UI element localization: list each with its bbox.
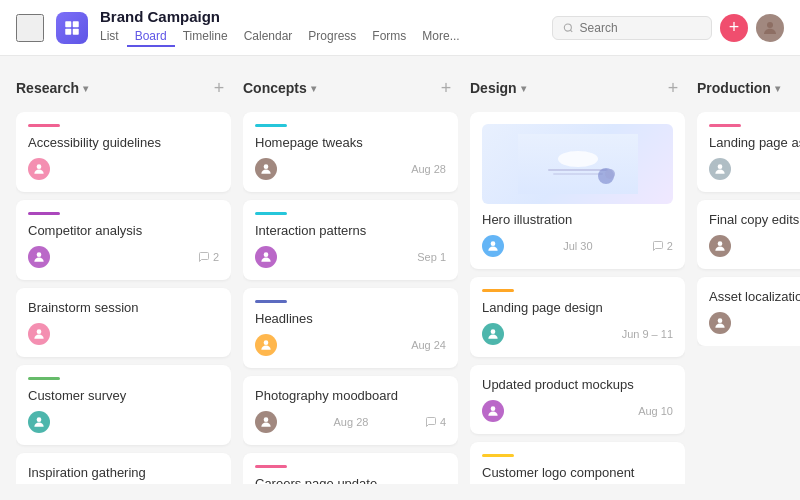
svg-point-7	[37, 164, 42, 169]
card[interactable]: Accessibility guidelines	[16, 112, 231, 192]
card[interactable]: Inspiration gathering	[16, 453, 231, 484]
card[interactable]: Interaction patternsSep 1	[243, 200, 458, 280]
column-header-research: Research ▾ +	[16, 72, 231, 104]
illustration-preview	[518, 134, 638, 194]
svg-point-18	[558, 151, 598, 167]
card[interactable]: Careers page updateSep 3 4	[243, 453, 458, 484]
menu-button[interactable]	[16, 14, 44, 42]
card-footer: 2	[28, 246, 219, 268]
add-card-button-research[interactable]: +	[207, 76, 231, 100]
column-title-production: Production ▾	[697, 80, 780, 96]
add-button[interactable]: +	[720, 14, 748, 42]
card-title: Brainstorm session	[28, 300, 219, 315]
svg-point-8	[37, 252, 42, 257]
card-avatar	[28, 323, 50, 345]
column-header-design: Design ▾ +	[470, 72, 685, 104]
cards-area-research: Accessibility guidelinesCompetitor analy…	[16, 112, 231, 484]
project-title: Brand Campaign	[100, 8, 540, 25]
card-footer	[28, 411, 219, 433]
cards-area-design: Hero illustrationJul 30 2 Landing page d…	[470, 112, 685, 484]
card[interactable]: Customer survey	[16, 365, 231, 445]
card-avatar	[709, 235, 731, 257]
svg-point-25	[491, 406, 496, 411]
chevron-down-icon: ▾	[775, 83, 780, 94]
card-accent	[482, 289, 514, 292]
card[interactable]: Landing page designJun 9 – 11	[470, 277, 685, 357]
comment-icon	[652, 240, 664, 252]
card-accent	[255, 212, 287, 215]
card-title: Competitor analysis	[28, 223, 219, 238]
card[interactable]: Brainstorm session	[16, 288, 231, 357]
card-footer: Aug 28	[255, 158, 446, 180]
nav-tab-calendar[interactable]: Calendar	[236, 27, 301, 47]
card[interactable]: Final copy editsJun 6	[697, 200, 800, 269]
svg-rect-19	[548, 169, 608, 171]
card-title: Inspiration gathering	[28, 465, 219, 480]
nav-tab-forms[interactable]: Forms	[364, 27, 414, 47]
svg-point-28	[718, 241, 723, 246]
card-footer: Sep 1	[255, 246, 446, 268]
svg-rect-2	[65, 28, 71, 34]
nav-tab-timeline[interactable]: Timeline	[175, 27, 236, 47]
column-title-concepts: Concepts ▾	[243, 80, 316, 96]
nav-tab-more...[interactable]: More...	[414, 27, 467, 47]
card-footer: Jun 18	[709, 158, 800, 180]
column-header-concepts: Concepts ▾ +	[243, 72, 458, 104]
search-input[interactable]	[580, 21, 701, 35]
card-avatar	[482, 323, 504, 345]
card-title: Interaction patterns	[255, 223, 446, 238]
card-footer: Aug 28 4	[255, 411, 446, 433]
card-accent	[255, 124, 287, 127]
svg-point-22	[605, 169, 615, 179]
card-avatar	[28, 246, 50, 268]
search-box[interactable]	[552, 16, 712, 40]
card[interactable]: Homepage tweaksAug 28	[243, 112, 458, 192]
add-card-button-concepts[interactable]: +	[434, 76, 458, 100]
column-title-research: Research ▾	[16, 80, 88, 96]
svg-point-12	[264, 164, 269, 169]
board-container: Research ▾ + Accessibility guidelinesCom…	[0, 56, 800, 500]
card[interactable]: Customer logo componentAug 12	[470, 442, 685, 484]
card-title: Updated product mockups	[482, 377, 673, 392]
card-accent	[28, 377, 60, 380]
svg-rect-20	[553, 173, 603, 175]
svg-point-27	[718, 164, 723, 169]
card-footer: Jul 30 2	[482, 235, 673, 257]
svg-point-13	[264, 252, 269, 257]
card-footer: Jun 6	[709, 235, 800, 257]
card-accent	[709, 124, 741, 127]
header-right: +	[552, 14, 784, 42]
nav-tab-list[interactable]: List	[100, 27, 127, 47]
card-image	[482, 124, 673, 204]
card-avatar	[255, 411, 277, 433]
column-concepts: Concepts ▾ + Homepage tweaksAug 28Intera…	[243, 72, 458, 484]
card-avatar	[28, 411, 50, 433]
card-avatar	[28, 158, 50, 180]
nav-tab-board[interactable]: Board	[127, 27, 175, 47]
card-date: Sep 1	[417, 251, 446, 263]
card[interactable]: HeadlinesAug 24	[243, 288, 458, 368]
card[interactable]: Landing page assetsJun 18	[697, 112, 800, 192]
card-footer: Jun 2	[709, 312, 800, 334]
chevron-down-icon: ▾	[83, 83, 88, 94]
card[interactable]: Hero illustrationJul 30 2	[470, 112, 685, 269]
add-card-button-design[interactable]: +	[661, 76, 685, 100]
column-research: Research ▾ + Accessibility guidelinesCom…	[16, 72, 231, 484]
card[interactable]: Asset localizationJun 2	[697, 277, 800, 346]
card[interactable]: Updated product mockupsAug 10	[470, 365, 685, 434]
card-title: Careers page update	[255, 476, 446, 484]
search-icon	[563, 22, 574, 34]
nav-tab-progress[interactable]: Progress	[300, 27, 364, 47]
card-date: Jul 30	[563, 240, 592, 252]
cards-area-production: Landing page assetsJun 18Final copy edit…	[697, 112, 800, 346]
card-title: Hero illustration	[482, 212, 673, 227]
card[interactable]: Competitor analysis 2	[16, 200, 231, 280]
card-comments: 2	[652, 240, 673, 252]
card-avatar	[255, 246, 277, 268]
card-avatar	[709, 312, 731, 334]
svg-point-9	[37, 329, 42, 334]
card-avatar	[709, 158, 731, 180]
card[interactable]: Photography moodboardAug 28 4	[243, 376, 458, 445]
column-design: Design ▾ +	[470, 72, 685, 484]
cards-area-concepts: Homepage tweaksAug 28Interaction pattern…	[243, 112, 458, 484]
